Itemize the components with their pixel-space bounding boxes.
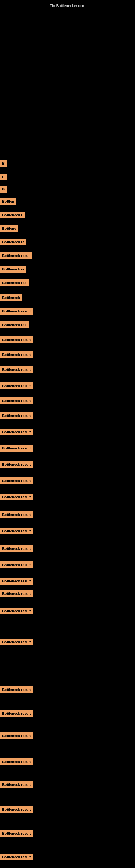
bottleneck-item: Bottleneck resul <box>0 252 32 259</box>
bottleneck-label: Bottleneck result <box>0 854 33 860</box>
bottleneck-label: Bottleneck r <box>0 212 25 218</box>
bottleneck-item: Bottleneck result <box>0 351 33 358</box>
bottleneck-item: Bottleneck result <box>0 578 33 585</box>
bottleneck-item: Bottleneck result <box>0 366 33 373</box>
bottleneck-item: Bottleneck result <box>0 382 33 389</box>
bottleneck-label: Bottleneck result <box>0 336 33 343</box>
bottleneck-item: Bottleneck result <box>0 561 33 568</box>
bottleneck-label: Bottleneck re <box>0 266 27 273</box>
bottleneck-item: B <box>0 160 7 167</box>
bottleneck-label: Bottleneck result <box>0 710 33 717</box>
bottleneck-label: Bottleneck res <box>0 321 29 328</box>
bottleneck-label: Bottleneck result <box>0 590 33 597</box>
bottleneck-item: Bottleneck result <box>0 639 33 645</box>
bottleneck-label: Bottleneck res <box>0 279 29 286</box>
bottleneck-label: Bottleneck result <box>0 639 33 645</box>
bottleneck-label: Bottleneck result <box>0 308 33 315</box>
bottleneck-item: Bottleneck result <box>0 511 33 518</box>
bottleneck-label: Bottleneck result <box>0 445 33 452</box>
bottleneck-label: Bottleneck result <box>0 758 33 765</box>
bottleneck-label: Bottleneck result <box>0 608 33 614</box>
site-title: TheBottlenecker.com <box>0 1 135 10</box>
bottleneck-item: B <box>0 186 7 193</box>
bottleneck-item: Bottleneck result <box>0 477 33 484</box>
bottleneck-label: Bottleneck resul <box>0 252 32 259</box>
bottleneck-label: Bottleneck result <box>0 477 33 484</box>
bottleneck-label: Bottleneck <box>0 294 22 301</box>
bottleneck-label: Bottleneck result <box>0 382 33 389</box>
bottleneck-item: Bottleneck result <box>0 528 33 534</box>
bottleneck-item: Bottleneck <box>0 294 22 301</box>
bottleneck-item: Bottleneck result <box>0 830 33 837</box>
bottleneck-label: Bottleneck result <box>0 528 33 534</box>
bottleneck-item: Bottleneck result <box>0 781 33 788</box>
bottleneck-label: Bottleneck re <box>0 239 27 246</box>
bottleneck-item: Bottleneck result <box>0 608 33 614</box>
bottleneck-label: Bottleneck result <box>0 461 33 468</box>
bottleneck-item: Bottleneck result <box>0 308 33 315</box>
bottleneck-label: Bottleneck result <box>0 806 33 813</box>
bottleneck-item: E <box>0 174 7 180</box>
bottleneck-label: Bottleneck result <box>0 686 33 693</box>
bottleneck-label: Bottleneck result <box>0 511 33 518</box>
bottleneck-label: Bottleneck result <box>0 781 33 788</box>
bottleneck-label: Bottleneck result <box>0 351 33 358</box>
bottleneck-item: Bottleneck result <box>0 494 33 500</box>
bottleneck-item: Bottlen <box>0 198 16 205</box>
bottleneck-item: Bottleneck result <box>0 854 33 860</box>
bottleneck-item: Bottleneck result <box>0 710 33 717</box>
bottleneck-label: Bottlene <box>0 225 18 232</box>
bottleneck-label: B <box>0 160 7 167</box>
bottleneck-item: Bottleneck result <box>0 686 33 693</box>
bottleneck-item: Bottleneck re <box>0 266 27 273</box>
bottleneck-item: Bottleneck result <box>0 397 33 404</box>
bottleneck-label: Bottleneck result <box>0 830 33 837</box>
bottleneck-item: Bottleneck result <box>0 445 33 452</box>
bottleneck-label: B <box>0 186 7 193</box>
bottleneck-label: Bottleneck result <box>0 429 33 435</box>
bottleneck-item: Bottleneck res <box>0 321 29 328</box>
bottleneck-item: Bottleneck result <box>0 412 33 419</box>
bottleneck-item: Bottleneck result <box>0 590 33 597</box>
bottleneck-item: Bottleneck result <box>0 545 33 552</box>
bottleneck-label: Bottleneck result <box>0 397 33 404</box>
bottleneck-item: Bottleneck result <box>0 461 33 468</box>
bottleneck-item: Bottleneck re <box>0 239 27 246</box>
bottleneck-label: Bottleneck result <box>0 578 33 585</box>
bottleneck-item: Bottleneck result <box>0 429 33 435</box>
bottleneck-item: Bottleneck result <box>0 758 33 765</box>
bottleneck-label: Bottleneck result <box>0 412 33 419</box>
bottleneck-label: Bottleneck result <box>0 494 33 500</box>
bottleneck-label: Bottleneck result <box>0 366 33 373</box>
bottleneck-label: E <box>0 174 7 180</box>
bottleneck-item: Bottleneck result <box>0 336 33 343</box>
bottleneck-label: Bottleneck result <box>0 545 33 552</box>
bottleneck-item: Bottlene <box>0 225 18 232</box>
bottleneck-label: Bottleneck result <box>0 733 33 739</box>
bottleneck-item: Bottleneck result <box>0 806 33 813</box>
bottleneck-item: Bottleneck r <box>0 212 25 218</box>
bottleneck-item: Bottleneck result <box>0 733 33 739</box>
bottleneck-label: Bottleneck result <box>0 561 33 568</box>
bottleneck-label: Bottlen <box>0 198 16 205</box>
bottleneck-item: Bottleneck res <box>0 279 29 286</box>
